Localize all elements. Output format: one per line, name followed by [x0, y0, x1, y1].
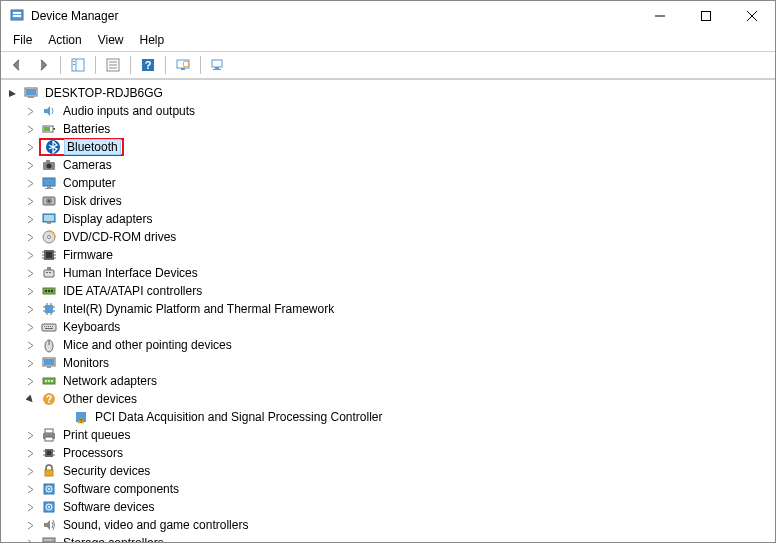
- tree-node-label: Software devices: [61, 500, 156, 514]
- tree-node[interactable]: Monitors: [1, 354, 775, 372]
- svg-rect-40: [44, 215, 54, 221]
- expand-icon[interactable]: [23, 158, 37, 172]
- tree-node[interactable]: Network adapters: [1, 372, 775, 390]
- tree-node[interactable]: Disk drives: [1, 192, 775, 210]
- expand-icon[interactable]: [23, 248, 37, 262]
- svg-rect-79: [44, 359, 54, 365]
- tree-node[interactable]: Computer: [1, 174, 775, 192]
- warning-icon: !: [73, 409, 89, 425]
- hid-icon: [41, 265, 57, 281]
- expand-icon[interactable]: [23, 230, 37, 244]
- expand-icon[interactable]: [23, 536, 37, 542]
- svg-rect-58: [48, 290, 50, 292]
- tree-node-label: Disk drives: [61, 194, 124, 208]
- tree-child-label: PCI Data Acquisition and Signal Processi…: [93, 410, 384, 424]
- expand-icon[interactable]: [23, 140, 37, 154]
- forward-button[interactable]: [31, 54, 55, 76]
- properties-button[interactable]: [101, 54, 125, 76]
- expand-icon[interactable]: [23, 122, 37, 136]
- svg-rect-45: [46, 252, 52, 258]
- menu-file[interactable]: File: [5, 31, 40, 51]
- collapse-icon[interactable]: [23, 392, 37, 406]
- toolbar-separator: [130, 56, 131, 74]
- expand-icon[interactable]: [23, 464, 37, 478]
- svg-point-84: [51, 380, 53, 382]
- expand-icon[interactable]: [23, 212, 37, 226]
- minimize-button[interactable]: [637, 1, 683, 31]
- tree-node[interactable]: Keyboards: [1, 318, 775, 336]
- svg-rect-9: [73, 61, 75, 62]
- expand-icon[interactable]: [23, 176, 37, 190]
- tree-node-label: Processors: [61, 446, 125, 460]
- toolbar-separator: [165, 56, 166, 74]
- expand-icon[interactable]: [23, 356, 37, 370]
- tree-node[interactable]: Software components: [1, 480, 775, 498]
- tree-node[interactable]: DVD/CD-ROM drives: [1, 228, 775, 246]
- tree-node[interactable]: Intel(R) Dynamic Platform and Thermal Fr…: [1, 300, 775, 318]
- svg-rect-52: [44, 270, 54, 277]
- scan-hardware-button[interactable]: [171, 54, 195, 76]
- tree-node[interactable]: Human Interface Devices: [1, 264, 775, 282]
- device-tree[interactable]: DESKTOP-RDJB6GG Audio inputs and outputs…: [1, 79, 775, 542]
- bluetooth-icon: [45, 139, 61, 155]
- tree-node[interactable]: Firmware: [1, 246, 775, 264]
- keyboard-icon: [41, 319, 57, 335]
- expand-icon[interactable]: [23, 518, 37, 532]
- tree-node[interactable]: Print queues: [1, 426, 775, 444]
- expand-icon[interactable]: [23, 302, 37, 316]
- tree-node[interactable]: ?Other devices: [1, 390, 775, 408]
- expand-icon[interactable]: [23, 428, 37, 442]
- help-button[interactable]: ?: [136, 54, 160, 76]
- expand-icon[interactable]: [23, 320, 37, 334]
- back-button[interactable]: [5, 54, 29, 76]
- expand-icon[interactable]: [23, 500, 37, 514]
- other-icon: ?: [41, 391, 57, 407]
- devices-button[interactable]: [206, 54, 230, 76]
- expand-icon[interactable]: [23, 446, 37, 460]
- svg-rect-54: [46, 272, 48, 273]
- menu-help[interactable]: Help: [132, 31, 173, 51]
- menubar: File Action View Help: [1, 31, 775, 51]
- tree-node[interactable]: Audio inputs and outputs: [1, 102, 775, 120]
- tree-node[interactable]: Processors: [1, 444, 775, 462]
- svg-rect-24: [26, 89, 36, 95]
- show-hide-tree-button[interactable]: [66, 54, 90, 76]
- menu-view[interactable]: View: [90, 31, 132, 51]
- tree-node[interactable]: Software devices: [1, 498, 775, 516]
- svg-rect-91: [45, 437, 53, 441]
- expand-icon[interactable]: [23, 374, 37, 388]
- svg-rect-69: [42, 324, 56, 331]
- software-icon: [41, 499, 57, 515]
- tree-node-label: Computer: [61, 176, 118, 190]
- expand-icon[interactable]: [23, 194, 37, 208]
- maximize-button[interactable]: [683, 1, 729, 31]
- tree-node-label: Batteries: [61, 122, 112, 136]
- tree-node[interactable]: Storage controllers: [1, 534, 775, 542]
- expand-icon[interactable]: [23, 104, 37, 118]
- tree-node-label: Software components: [61, 482, 181, 496]
- display-icon: [41, 211, 57, 227]
- svg-rect-75: [45, 328, 53, 329]
- tree-node[interactable]: IDE ATA/ATAPI controllers: [1, 282, 775, 300]
- tree-node[interactable]: Display adapters: [1, 210, 775, 228]
- tree-node[interactable]: Bluetooth: [1, 138, 775, 156]
- collapse-icon[interactable]: [5, 86, 19, 100]
- expand-icon[interactable]: [23, 338, 37, 352]
- tree-node[interactable]: Sound, video and game controllers: [1, 516, 775, 534]
- svg-point-83: [48, 380, 50, 382]
- close-button[interactable]: [729, 1, 775, 31]
- expand-icon[interactable]: [23, 482, 37, 496]
- menu-action[interactable]: Action: [40, 31, 89, 51]
- tree-node[interactable]: Mice and other pointing devices: [1, 336, 775, 354]
- tree-child-node[interactable]: !PCI Data Acquisition and Signal Process…: [1, 408, 775, 426]
- expand-icon[interactable]: [23, 284, 37, 298]
- svg-rect-70: [44, 326, 45, 327]
- tree-node[interactable]: Cameras: [1, 156, 775, 174]
- tree-node[interactable]: Security devices: [1, 462, 775, 480]
- expand-icon[interactable]: [23, 266, 37, 280]
- tree-root[interactable]: DESKTOP-RDJB6GG: [1, 84, 775, 102]
- svg-point-43: [48, 236, 51, 239]
- tree-node[interactable]: Batteries: [1, 120, 775, 138]
- svg-point-104: [48, 506, 50, 508]
- ide-icon: [41, 283, 57, 299]
